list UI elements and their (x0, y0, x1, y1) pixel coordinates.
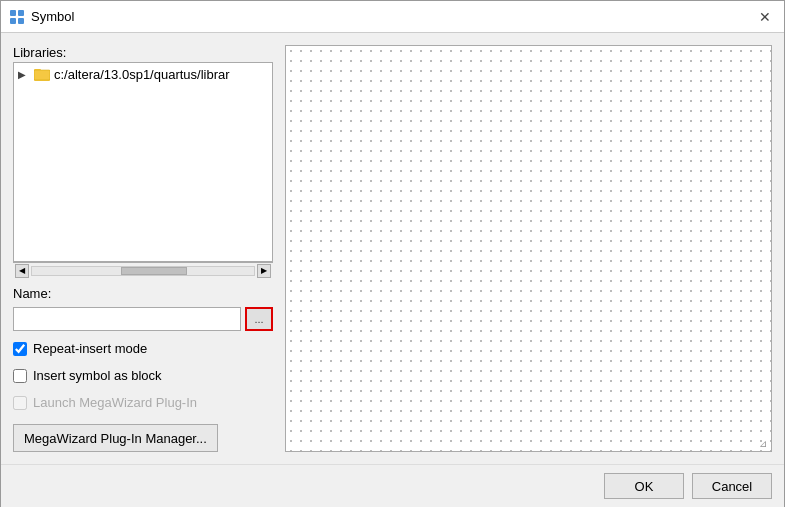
folder-icon (34, 66, 50, 82)
title-bar: Symbol ✕ (1, 1, 784, 33)
symbol-preview-panel: ⊿ (285, 45, 772, 452)
browse-button[interactable]: ... (245, 307, 273, 331)
symbol-title-icon (9, 9, 25, 25)
repeat-insert-label[interactable]: Repeat-insert mode (33, 341, 147, 356)
close-button[interactable]: ✕ (754, 6, 776, 28)
tree-item-label: c:/altera/13.0sp1/quartus/librar (54, 67, 230, 82)
megawizard-button[interactable]: MegaWizard Plug-In Manager... (13, 424, 218, 452)
symbol-dialog: Symbol ✕ Libraries: ▶ (0, 0, 785, 507)
scroll-thumb[interactable] (121, 267, 188, 275)
libraries-tree[interactable]: ▶ c:/altera/13.0sp1/quartus/librar (13, 62, 273, 262)
ok-button[interactable]: OK (604, 473, 684, 499)
libraries-label: Libraries: (13, 45, 273, 60)
insert-symbol-label[interactable]: Insert symbol as block (33, 368, 162, 383)
scroll-track[interactable] (31, 266, 255, 276)
left-panel: Libraries: ▶ c:/altera/13.0sp1/quart (13, 45, 273, 452)
scroll-right-button[interactable]: ▶ (257, 264, 271, 278)
libraries-section: Libraries: ▶ c:/altera/13.0sp1/quart (13, 45, 273, 278)
dialog-footer: OK Cancel (1, 464, 784, 507)
launch-megawizard-label: Launch MegaWizard Plug-In (33, 395, 197, 410)
name-input[interactable] (13, 307, 241, 331)
title-bar-left: Symbol (9, 9, 74, 25)
scroll-left-button[interactable]: ◀ (15, 264, 29, 278)
svg-rect-0 (10, 10, 16, 16)
cancel-button[interactable]: Cancel (692, 473, 772, 499)
svg-rect-2 (10, 18, 16, 24)
dialog-title: Symbol (31, 9, 74, 24)
svg-rect-6 (34, 70, 50, 80)
tree-arrow-icon: ▶ (18, 69, 30, 80)
insert-symbol-row: Insert symbol as block (13, 366, 273, 385)
name-label: Name: (13, 286, 273, 301)
repeat-insert-row: Repeat-insert mode (13, 339, 273, 358)
tree-item[interactable]: ▶ c:/altera/13.0sp1/quartus/librar (14, 63, 272, 85)
repeat-insert-checkbox[interactable] (13, 342, 27, 356)
h-scrollbar[interactable]: ◀ ▶ (13, 262, 273, 278)
svg-rect-1 (18, 10, 24, 16)
resize-handle[interactable]: ⊿ (759, 439, 769, 449)
dialog-body: Libraries: ▶ c:/altera/13.0sp1/quart (1, 33, 784, 464)
name-row: ... (13, 307, 273, 331)
name-section: Name: ... (13, 286, 273, 331)
launch-megawizard-checkbox[interactable] (13, 396, 27, 410)
svg-rect-3 (18, 18, 24, 24)
launch-megawizard-row: Launch MegaWizard Plug-In (13, 393, 273, 412)
dotted-canvas (286, 46, 771, 451)
insert-symbol-checkbox[interactable] (13, 369, 27, 383)
